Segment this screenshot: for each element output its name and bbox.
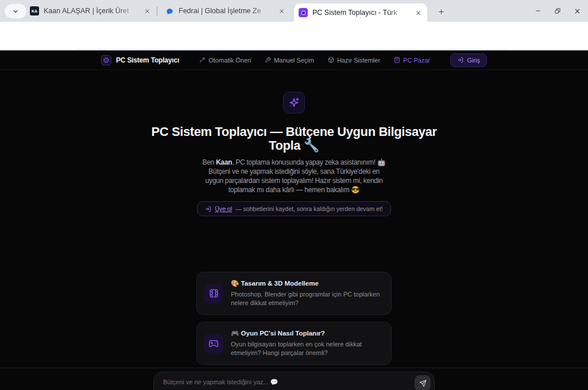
tab-kaan-alasar[interactable]: KA Kaan ALAŞAR | İçerik Üret [25,0,156,22]
new-tab-button[interactable] [434,5,448,18]
assistant-name: Kaan [216,158,232,166]
card-body: Oyun bilgisayarı toplarken en çok nelere… [231,340,384,357]
brain-favicon [165,7,174,15]
suggestion-card-design[interactable]: 🎨 Tasarım & 3D Modelleme Photoshop, Blen… [196,272,392,315]
suggestion-cards: 🎨 Tasarım & 3D Modelleme Photoshop, Blen… [196,272,392,365]
nav-label: Hazır Sistemler [337,57,380,64]
page-content: PC Sistem Toplayıcı Otomatik Öneri Manue… [0,50,588,390]
signup-text: — sohbetlerini kaydet, sonra kaldığın ye… [235,205,383,212]
site-nav: Otomatik Öneri Manuel Seçim Hazır Sistem… [199,57,430,64]
page-title: PC Sistem Toplayıcı — Bütçene Uygun Bilg… [151,125,436,153]
close-tab-icon[interactable] [142,6,152,15]
window-controls [528,0,587,22]
assistant-intro: Ben Kaan, PC toplama konusunda yapay zek… [199,158,389,194]
site-header: PC Sistem Toplayıcı Otomatik Öneri Manue… [0,50,588,70]
nav-label: Otomatik Öneri [208,57,251,64]
signup-link[interactable]: Üye ol [215,205,232,212]
purple-chip-favicon [299,8,308,17]
composer-bar [0,368,588,390]
card-title: 🎮 Oyun PC'si Nasıl Toplanır? [231,329,384,337]
nav-manuel-secim[interactable]: Manuel Seçim [265,57,314,64]
login-label: Giriş [467,57,480,64]
ka-monogram-favicon: KA [30,6,39,15]
login-button[interactable]: Giriş [450,53,487,67]
tab-title: PC Sistem Toplayıcı - Türk [312,9,409,17]
tab-title: Fedrai | Global İşletme Ze [179,7,272,15]
nav-otomatik-oneri[interactable]: Otomatik Öneri [199,57,251,64]
sparkles-icon [283,92,305,114]
cpu-chip-icon [101,55,111,65]
chevron-down-icon [12,8,19,15]
shopping-bag-icon [394,57,400,63]
site-logo[interactable]: PC Sistem Toplayıcı [101,55,179,65]
nav-hazir-sistemler[interactable]: Hazır Sistemler [328,57,380,64]
tab-title: Kaan ALAŞAR | İçerik Üret [44,7,138,15]
card-title: 🎨 Tasarım & 3D Modelleme [231,279,384,287]
chat-input-container [153,372,435,390]
tab-fedrai[interactable]: Fedrai | Global İşletme Ze [161,0,291,22]
signup-banner[interactable]: Üye ol — sohbetlerini kaydet, sonra kald… [197,201,391,216]
restore-button[interactable] [548,0,567,22]
send-button[interactable] [415,375,431,390]
suggestion-card-gaming[interactable]: 🎮 Oyun PC'si Nasıl Toplanır? Oyun bilgis… [196,322,392,365]
wand-sparkles-icon [199,57,206,63]
hero-section: PC Sistem Toplayıcı — Bütçene Uygun Bilg… [0,70,588,365]
site-title: PC Sistem Toplayıcı [116,56,179,64]
tab-search-button[interactable] [5,4,26,18]
tab-separator [157,6,157,15]
log-in-icon [205,206,211,212]
chat-input[interactable] [163,376,409,388]
close-tab-icon[interactable] [413,8,423,17]
minimize-button[interactable] [528,0,548,22]
paper-plane-icon [419,380,427,387]
close-tab-icon[interactable] [277,6,286,15]
log-in-icon [457,57,463,63]
browser-toolbar: pcalicam.com [0,22,588,50]
plus-icon [438,8,445,15]
film-icon [204,284,223,303]
gamepad-icon [204,334,223,353]
nav-label: PC Pazar [403,57,430,64]
card-body: Photoshop, Blender gibi programlar için … [231,290,384,307]
tab-pc-sistem-toplayici[interactable]: PC Sistem Toplayıcı - Türk [294,3,427,22]
wrench-icon [265,57,271,63]
tab-strip: KA Kaan ALAŞAR | İçerik Üret Fedrai | Gl… [0,0,588,22]
close-window-button[interactable] [567,0,587,22]
nav-label: Manuel Seçim [274,57,314,64]
package-box-icon [328,57,334,63]
nav-pc-pazar[interactable]: PC Pazar [394,57,430,64]
browser-window: KA Kaan ALAŞAR | İçerik Üret Fedrai | Gl… [0,0,588,390]
